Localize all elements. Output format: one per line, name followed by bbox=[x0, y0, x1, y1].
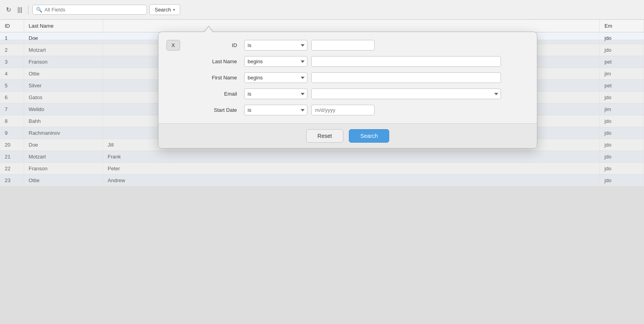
popup-close-button[interactable]: X bbox=[166, 40, 180, 51]
start-date-value-input[interactable] bbox=[311, 105, 375, 115]
search-input[interactable] bbox=[44, 7, 143, 13]
popup-footer: Reset Search bbox=[158, 123, 537, 148]
search-dropdown-button[interactable]: Search ▾ bbox=[149, 4, 180, 15]
id-operator-select[interactable]: is is not contains begins ends bbox=[244, 40, 308, 51]
toolbar: ↻ ||| 🔍 Search ▾ bbox=[0, 0, 644, 20]
id-label: ID bbox=[188, 42, 240, 48]
search-field-wrapper: 🔍 bbox=[32, 5, 147, 15]
refresh-button[interactable]: ↻ bbox=[4, 5, 13, 15]
col-header-first-name bbox=[103, 20, 600, 32]
columns-button[interactable]: ||| bbox=[15, 5, 24, 15]
start-date-operator-select[interactable]: is is not before after bbox=[244, 105, 308, 115]
table-header-row: ID Last Name Em bbox=[0, 20, 644, 32]
toolbar-divider bbox=[28, 5, 28, 15]
id-value-input[interactable] bbox=[311, 40, 375, 51]
last-name-value-input[interactable] bbox=[311, 56, 501, 67]
first-name-label: First Name bbox=[188, 75, 240, 81]
first-name-operator-select[interactable]: begins is contains ends bbox=[244, 72, 308, 83]
email-value-select[interactable] bbox=[311, 89, 501, 99]
start-date-label: Start Date bbox=[188, 107, 240, 113]
popup-body: X ID is is not contains begins ends Last… bbox=[158, 32, 537, 123]
popup-content-row: X ID is is not contains begins ends Last… bbox=[166, 40, 525, 115]
col-header-id: ID bbox=[0, 20, 24, 32]
first-name-value-input[interactable] bbox=[311, 72, 501, 83]
chevron-down-icon: ▾ bbox=[173, 8, 175, 12]
email-operator-select[interactable]: is is not contains begins ends bbox=[244, 89, 308, 99]
col-header-email: Em bbox=[600, 20, 644, 32]
table-container: ID Last Name Em 1Doejdo2Motzartjdo3Frans… bbox=[0, 20, 644, 324]
last-name-label: Last Name bbox=[188, 58, 240, 64]
search-icon: 🔍 bbox=[36, 7, 42, 13]
search-popup: X ID is is not contains begins ends Last… bbox=[158, 32, 537, 149]
last-name-operator-select[interactable]: begins is contains ends bbox=[244, 56, 308, 67]
reset-button[interactable]: Reset bbox=[306, 129, 344, 143]
search-button[interactable]: Search bbox=[349, 129, 389, 143]
col-header-last-name: Last Name bbox=[24, 20, 103, 32]
search-button-label: Search bbox=[154, 7, 171, 13]
email-label: Email bbox=[188, 91, 240, 97]
fields-grid: ID is is not contains begins ends Last N… bbox=[188, 40, 525, 115]
